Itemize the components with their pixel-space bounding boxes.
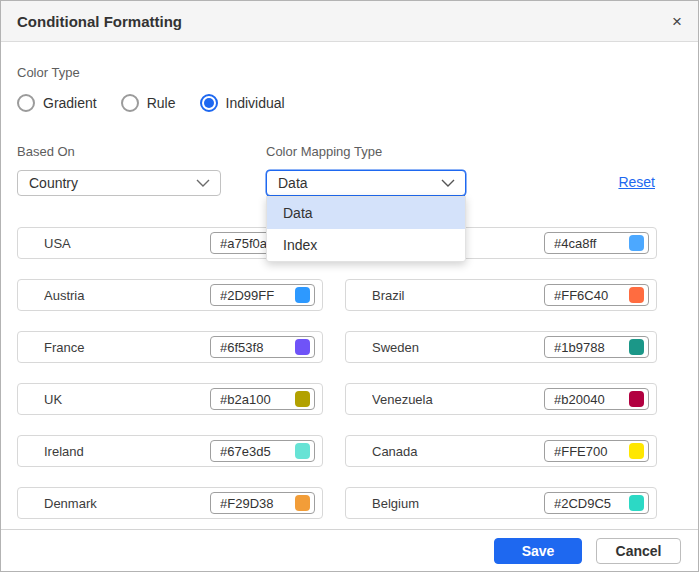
- hex-color-field: [544, 440, 649, 462]
- dialog-title: Conditional Formatting: [17, 13, 182, 30]
- chevron-down-icon: [196, 179, 210, 187]
- hex-color-input[interactable]: [211, 340, 295, 355]
- country-label: USA: [44, 236, 210, 251]
- color-mapping-popup: DataIndex: [266, 196, 466, 262]
- country-label: Austria: [44, 288, 210, 303]
- reset-link[interactable]: Reset: [618, 174, 655, 190]
- country-color-row: UK: [17, 383, 323, 415]
- save-button[interactable]: Save: [494, 538, 582, 564]
- country-color-row: Canada: [345, 435, 657, 467]
- color-swatch[interactable]: [295, 391, 310, 407]
- conditional-formatting-dialog: Conditional Formatting × Color Type Grad…: [0, 0, 699, 572]
- hex-color-input[interactable]: [545, 288, 629, 303]
- color-swatch[interactable]: [629, 339, 644, 355]
- country-label: Belgium: [372, 496, 544, 511]
- color-mapping-dropdown[interactable]: Data: [266, 170, 466, 196]
- radio-circle-icon[interactable]: [200, 94, 218, 112]
- country-color-row: Venezuela: [345, 383, 657, 415]
- country-color-row: France: [17, 331, 323, 363]
- radio-rule[interactable]: Rule: [121, 94, 176, 112]
- radio-label: Gradient: [43, 95, 97, 111]
- hex-color-field: [544, 388, 649, 410]
- dialog-header: Conditional Formatting ×: [1, 1, 698, 42]
- hex-color-input[interactable]: [211, 444, 295, 459]
- hex-color-input[interactable]: [211, 496, 295, 511]
- color-swatch[interactable]: [629, 235, 644, 251]
- close-icon[interactable]: ×: [672, 13, 682, 30]
- hex-color-field: [544, 336, 649, 358]
- based-on-label: Based On: [17, 144, 221, 159]
- country-color-grid: USAAustriaBrazilFranceSwedenUKVenezuelaI…: [17, 227, 655, 519]
- color-type-label: Color Type: [17, 65, 698, 80]
- radio-individual[interactable]: Individual: [200, 94, 285, 112]
- based-on-value: Country: [29, 175, 188, 191]
- dropdown-option-data[interactable]: Data: [267, 197, 465, 229]
- country-label: Canada: [372, 444, 544, 459]
- controls-row: Based On Country Color Mapping Type Data…: [17, 144, 655, 196]
- dropdown-option-index[interactable]: Index: [267, 229, 465, 261]
- country-label: Brazil: [372, 288, 544, 303]
- hex-color-input[interactable]: [545, 496, 629, 511]
- hex-color-field: [544, 284, 649, 306]
- country-color-row: Denmark: [17, 487, 323, 519]
- color-swatch[interactable]: [629, 495, 644, 511]
- hex-color-input[interactable]: [211, 288, 295, 303]
- country-label: Venezuela: [372, 392, 544, 407]
- hex-color-field: [210, 388, 315, 410]
- hex-color-field: [544, 492, 649, 514]
- hex-color-field: [210, 336, 315, 358]
- hex-color-field: [544, 232, 649, 254]
- hex-color-input[interactable]: [211, 392, 295, 407]
- hex-color-field: [210, 440, 315, 462]
- color-mapping-label: Color Mapping Type: [266, 144, 466, 159]
- based-on-dropdown[interactable]: Country: [17, 170, 221, 196]
- cancel-button[interactable]: Cancel: [596, 538, 681, 564]
- color-type-radio-group: GradientRuleIndividual: [17, 94, 698, 112]
- country-label: Ireland: [44, 444, 210, 459]
- country-color-row: Ireland: [17, 435, 323, 467]
- hex-color-input[interactable]: [545, 444, 629, 459]
- color-swatch[interactable]: [295, 339, 310, 355]
- hex-color-input[interactable]: [545, 340, 629, 355]
- radio-label: Rule: [147, 95, 176, 111]
- country-label: Denmark: [44, 496, 210, 511]
- radio-gradient[interactable]: Gradient: [17, 94, 97, 112]
- chevron-down-icon: [441, 179, 455, 187]
- dialog-footer: Save Cancel: [1, 529, 698, 571]
- country-label: Sweden: [372, 340, 544, 355]
- radio-label: Individual: [226, 95, 285, 111]
- country-color-row: Austria: [17, 279, 323, 311]
- color-mapping-group: Color Mapping Type Data: [266, 144, 466, 196]
- hex-color-field: [210, 284, 315, 306]
- color-swatch[interactable]: [295, 443, 310, 459]
- hex-color-input[interactable]: [545, 392, 629, 407]
- based-on-group: Based On Country: [17, 144, 221, 196]
- country-color-row: Sweden: [345, 331, 657, 363]
- country-color-row: Belgium: [345, 487, 657, 519]
- radio-circle-icon[interactable]: [121, 94, 139, 112]
- radio-circle-icon[interactable]: [17, 94, 35, 112]
- country-label: UK: [44, 392, 210, 407]
- color-swatch[interactable]: [629, 391, 644, 407]
- color-swatch[interactable]: [629, 287, 644, 303]
- color-mapping-value: Data: [278, 175, 433, 191]
- color-swatch[interactable]: [295, 287, 310, 303]
- color-swatch[interactable]: [295, 495, 310, 511]
- color-swatch[interactable]: [629, 443, 644, 459]
- hex-color-input[interactable]: [545, 236, 629, 251]
- country-color-row: Brazil: [345, 279, 657, 311]
- country-label: France: [44, 340, 210, 355]
- hex-color-field: [210, 492, 315, 514]
